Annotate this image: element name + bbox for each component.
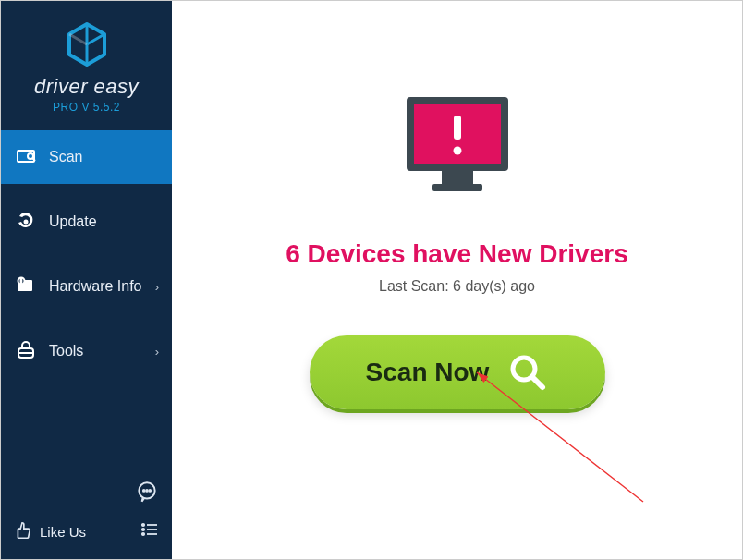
svg-rect-0 [18, 151, 34, 162]
sidebar-item-scan[interactable]: Scan [1, 130, 172, 184]
chat-icon[interactable] [135, 480, 159, 507]
svg-point-12 [149, 490, 151, 492]
hardware-info-icon: i [14, 274, 38, 298]
sidebar-item-label: Hardware Info [49, 278, 142, 295]
thumbs-up-icon [12, 520, 32, 543]
svg-rect-22 [432, 184, 482, 191]
svg-line-26 [532, 377, 542, 387]
app-logo-icon [1, 21, 172, 71]
svg-point-11 [146, 490, 148, 492]
sidebar-item-label: Tools [49, 343, 83, 359]
svg-rect-23 [454, 116, 461, 140]
sidebar-nav: Scan Update i Hardware Info › [1, 130, 172, 378]
sidebar: driver easy PRO V 5.5.2 Scan Update [1, 1, 172, 559]
last-scan-text: Last Scan: 6 day(s) ago [379, 278, 535, 295]
svg-rect-21 [442, 171, 473, 184]
like-us-label: Like Us [40, 524, 86, 540]
sidebar-item-label: Scan [49, 149, 82, 165]
sidebar-item-update[interactable]: Update [1, 195, 172, 249]
svg-point-10 [143, 490, 145, 492]
svg-point-13 [142, 524, 144, 526]
magnify-icon [505, 350, 548, 396]
tools-icon [14, 339, 38, 363]
update-icon [14, 210, 38, 234]
sidebar-item-hardware[interactable]: i Hardware Info › [1, 260, 172, 313]
chevron-right-icon: › [155, 345, 159, 359]
svg-point-24 [453, 147, 461, 155]
app-version: PRO V 5.5.2 [1, 101, 172, 114]
svg-point-3 [24, 220, 29, 225]
main-content: 6 Devices have New Drivers Last Scan: 6 … [172, 1, 742, 559]
app-brand: driver easy [1, 75, 172, 99]
sidebar-item-tools[interactable]: Tools › [1, 324, 172, 378]
sidebar-item-label: Update [49, 213, 97, 230]
svg-point-15 [142, 529, 144, 530]
like-us-button[interactable]: Like Us [12, 520, 86, 543]
svg-point-17 [142, 533, 144, 535]
chevron-right-icon: › [155, 280, 159, 294]
scan-icon [14, 145, 38, 169]
monitor-alert-icon [388, 80, 527, 223]
menu-list-icon[interactable] [139, 518, 161, 544]
scan-now-button[interactable]: Scan Now [310, 335, 605, 409]
scan-now-label: Scan Now [366, 358, 490, 387]
status-headline: 6 Devices have New Drivers [286, 239, 627, 269]
logo-area: driver easy PRO V 5.5.2 [1, 1, 172, 123]
